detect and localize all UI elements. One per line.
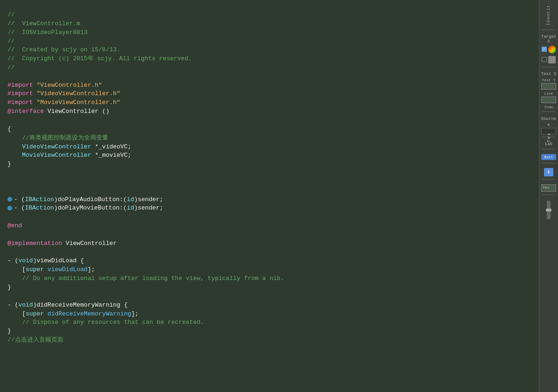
target-title: Target S xyxy=(540,35,557,44)
divider-6 xyxy=(542,163,556,163)
line-label: Line xyxy=(540,91,557,96)
identity-label: Identit xyxy=(546,5,551,26)
check-mark: ✓ xyxy=(543,47,545,51)
color-icon xyxy=(548,46,556,53)
divider-8 xyxy=(542,195,556,195)
button-section: Butt xyxy=(540,152,557,166)
vertical-slider[interactable] xyxy=(547,201,551,219)
gutter-dot-1 xyxy=(7,197,12,202)
divider-3 xyxy=(542,112,556,112)
checkbox-row-2 xyxy=(542,56,556,64)
checkbox-checked[interactable]: ✓ xyxy=(542,47,547,52)
text-storage-section: Text S Text I Line Inde xyxy=(540,70,557,115)
slider-thumb xyxy=(546,209,551,211)
code-editor[interactable]: // // ViewController.m // IOSVideoPlayer… xyxy=(0,0,539,392)
small-icon xyxy=(548,56,556,63)
index-label: Inde xyxy=(540,105,557,109)
right-panel: Identit Target S ✓ Text S Text I Line In… xyxy=(539,0,558,392)
checkbox-row-1: ✓ xyxy=(542,45,556,54)
code-content: // // ViewController.m // IOSVideoPlayer… xyxy=(4,0,539,356)
divider-7 xyxy=(542,179,556,180)
button-element[interactable]: Butt xyxy=(541,154,556,160)
line-input-mini[interactable] xyxy=(541,97,556,103)
text-input-mini[interactable] xyxy=(541,83,556,90)
text-i-label: Text I xyxy=(540,78,557,82)
divider-2 xyxy=(542,67,556,67)
number-field[interactable]: 1 xyxy=(544,168,553,176)
divider-1 xyxy=(542,29,556,30)
target-section: Target S ✓ xyxy=(540,33,557,70)
text-field[interactable]: Tex xyxy=(541,184,556,192)
number-section: 1 xyxy=(540,166,557,182)
gutter-dot-2 xyxy=(7,206,12,210)
identity-section: Identit xyxy=(540,2,557,33)
slider-section xyxy=(540,198,557,222)
text-section: Tex xyxy=(540,182,557,198)
text-label-vertical: Tex xyxy=(547,132,551,142)
checkbox-unchecked[interactable] xyxy=(542,57,547,62)
text-storage-title: Text S xyxy=(540,72,557,77)
text-vertical-label: Tex xyxy=(540,121,558,154)
